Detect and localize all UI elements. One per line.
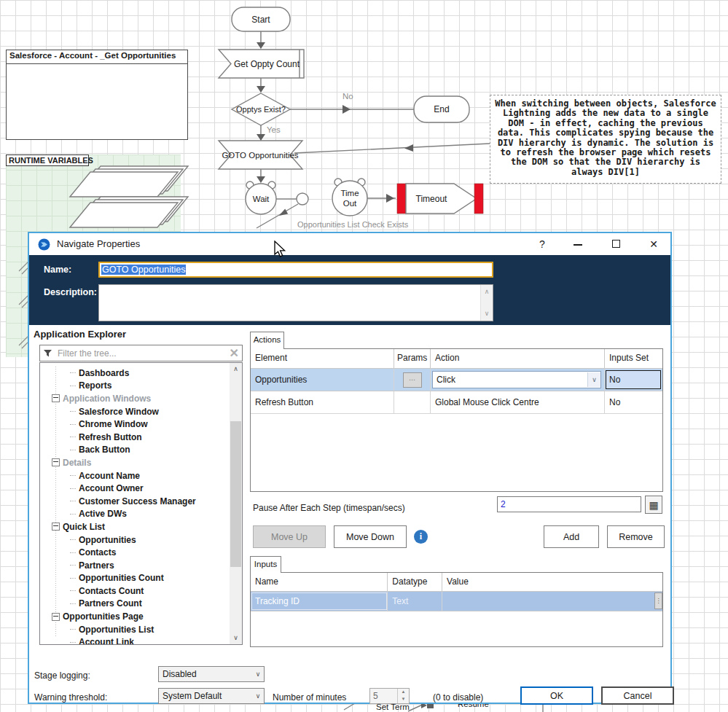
tree-item[interactable]: Dashboards: [40, 367, 230, 380]
tree-item[interactable]: Reports: [40, 380, 230, 393]
tree-item[interactable]: Details: [40, 456, 230, 469]
input-value-cell[interactable]: [442, 592, 662, 611]
flow-anchor-node[interactable]: [297, 193, 308, 205]
svg-text:Out: Out: [343, 199, 357, 208]
collapse-icon[interactable]: [52, 458, 60, 466]
tree-item[interactable]: Chrome Window: [40, 418, 230, 431]
tree-item[interactable]: Opportunities List: [40, 623, 230, 636]
tree-filter-box[interactable]: ✕: [39, 345, 243, 361]
tab-actions[interactable]: Actions: [250, 332, 284, 349]
remove-button[interactable]: Remove: [607, 525, 665, 548]
svg-text:End: End: [434, 104, 449, 114]
chevron-down-icon[interactable]: ∨: [587, 372, 600, 387]
warning-threshold-value: System Default: [163, 691, 222, 701]
value-expand-button[interactable]: ⋮: [654, 592, 662, 609]
blueprism-icon: [38, 238, 50, 251]
column-header: Value: [442, 573, 662, 591]
move-down-button[interactable]: Move Down: [334, 525, 407, 548]
calculator-button[interactable]: ▦: [645, 496, 662, 514]
params-cell[interactable]: [394, 391, 431, 413]
action-cell[interactable]: Global Mouse Click Centre: [431, 391, 605, 413]
scroll-down-icon[interactable]: ∨: [481, 308, 493, 319]
tree-item[interactable]: Opportunities Count: [40, 572, 230, 585]
move-up-button[interactable]: Move Up: [253, 525, 326, 548]
scroll-down-icon[interactable]: ∨: [230, 632, 242, 644]
collapse-icon[interactable]: [52, 523, 60, 531]
name-input[interactable]: GOTO Opportunities: [98, 262, 493, 278]
column-header: Inputs Set: [605, 349, 662, 368]
warning-threshold-label: Warning threshold:: [34, 692, 107, 703]
column-header: Name: [251, 573, 388, 591]
input-name-cell[interactable]: Tracking ID: [251, 592, 387, 610]
dialog-titlebar[interactable]: Navigate Properties ? ✕: [29, 233, 670, 255]
element-cell[interactable]: Opportunities: [251, 369, 394, 391]
minutes-spinner[interactable]: 5 ▲ ▼: [369, 688, 410, 704]
svg-text:Yes: Yes: [267, 125, 281, 134]
chevron-down-icon: ∨: [252, 692, 264, 700]
tree-item[interactable]: Refresh Button: [40, 431, 230, 444]
tree-item[interactable]: Active DWs: [40, 508, 230, 521]
dialog-title: Navigate Properties: [57, 238, 140, 249]
action-dropdown-value: Click: [437, 375, 455, 385]
tree-item[interactable]: Contacts: [40, 546, 230, 559]
inputs-row-selected[interactable]: Tracking ID Text ⋮: [251, 592, 662, 611]
stack-opportunities[interactable]: [70, 197, 188, 227]
tree-item[interactable]: Opportunities Page: [40, 610, 230, 623]
close-button[interactable]: ✕: [645, 236, 662, 252]
minutes-value: 5: [370, 689, 397, 703]
tab-inputs[interactable]: Inputs: [250, 556, 281, 573]
spinner-down-icon[interactable]: ▼: [398, 696, 409, 703]
disable-hint: (0 to disable): [433, 692, 483, 703]
ok-button[interactable]: OK: [520, 686, 593, 705]
chevron-down-icon: ∨: [252, 670, 264, 678]
scroll-up-icon[interactable]: ∧: [481, 286, 493, 297]
tree-item[interactable]: Account Link: [40, 635, 230, 644]
minimize-button[interactable]: [574, 244, 582, 246]
description-scrollbar[interactable]: ∧ ∨: [480, 285, 493, 321]
svg-text:Timeout: Timeout: [416, 194, 448, 204]
params-button[interactable]: ...: [403, 372, 422, 388]
help-button[interactable]: ?: [533, 236, 551, 252]
warning-threshold-dropdown[interactable]: System Default ∨: [158, 688, 265, 704]
tree-scrollbar[interactable]: ∧ ∨: [230, 363, 242, 644]
tree-item[interactable]: Partners: [40, 559, 230, 572]
description-input[interactable]: ∧ ∨: [98, 284, 493, 321]
stack-raw-list[interactable]: [70, 166, 188, 197]
tree-filter-input[interactable]: [56, 348, 230, 359]
tree-item[interactable]: Salesforce Window: [40, 405, 230, 418]
name-input-selected-text: GOTO Opportunities: [101, 265, 186, 275]
input-datatype-cell[interactable]: Text: [388, 592, 442, 611]
cancel-button[interactable]: Cancel: [601, 686, 674, 705]
tree-item[interactable]: Customer Success Manager: [40, 495, 230, 508]
stage-logging-dropdown[interactable]: Disabled ∨: [158, 666, 265, 682]
tree-item[interactable]: Quick List: [40, 520, 230, 533]
collapse-icon[interactable]: [52, 613, 60, 621]
svg-text:Start: Start: [251, 15, 270, 25]
filter-clear-icon[interactable]: ✕: [230, 348, 239, 359]
spinner-up-icon[interactable]: ▲: [398, 689, 409, 696]
tree-item[interactable]: Application Windows: [40, 392, 230, 405]
tree-item[interactable]: Contacts Count: [40, 584, 230, 598]
element-cell[interactable]: Refresh Button: [251, 391, 394, 413]
actions-row[interactable]: Refresh Button Global Mouse Click Centre…: [251, 391, 662, 414]
tree-item[interactable]: Back Button: [40, 444, 230, 457]
tree-item[interactable]: Account Owner: [40, 482, 230, 495]
scroll-up-icon[interactable]: ∧: [230, 363, 242, 375]
pause-input[interactable]: 2: [497, 496, 641, 512]
collapse-icon[interactable]: [52, 394, 60, 402]
grip-icon: ⋮: [656, 598, 662, 604]
tree-item[interactable]: Partners Count: [40, 598, 230, 611]
inputs-set-cell[interactable]: No: [605, 391, 662, 413]
tree-item[interactable]: Opportunities: [40, 533, 230, 547]
application-explorer-title: Application Explorer: [34, 329, 126, 340]
dialog-header: Name: GOTO Opportunities Description: ∧ …: [29, 255, 670, 325]
action-dropdown[interactable]: Click ∨: [432, 371, 601, 388]
pause-label: Pause After Each Step (timespan/secs): [253, 503, 405, 513]
inputs-set-cell[interactable]: No: [606, 370, 661, 389]
actions-row-selected[interactable]: Opportunities ... Click ∨ No: [251, 369, 662, 391]
tree-item[interactable]: Account Name: [40, 469, 230, 482]
maximize-button[interactable]: [612, 240, 620, 248]
scrollbar-thumb[interactable]: [230, 421, 241, 567]
column-header: Element: [251, 349, 394, 368]
add-button[interactable]: Add: [544, 525, 599, 548]
